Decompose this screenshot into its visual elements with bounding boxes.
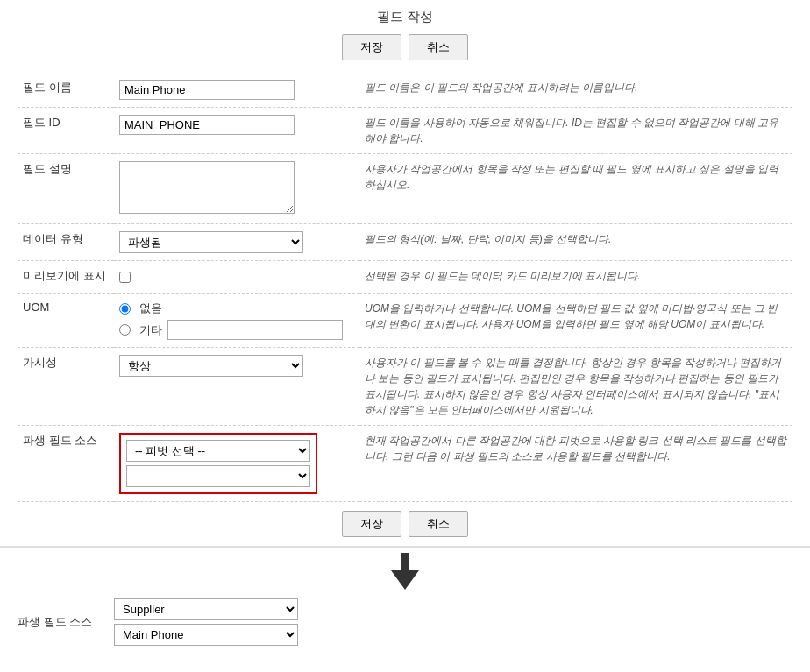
bottom-toolbar-form: 저장 취소 (18, 511, 792, 537)
derived-source-row: 파생 필드 소스 -- 피벗 선택 -- Supplier Contact Ma… (18, 426, 792, 502)
derived-source-label: 파생 필드 소스 (18, 426, 114, 502)
derived-pivot-select[interactable]: -- 피벗 선택 -- Supplier Contact (126, 440, 310, 462)
bottom-field-select[interactable]: -- 필드 선택 -- Main Phone Email Address (114, 624, 298, 646)
preview-check-cell (114, 261, 359, 294)
save-button-top[interactable]: 저장 (342, 34, 401, 60)
uom-none-row: 없음 (119, 301, 354, 316)
field-desc-desc: 사용자가 작업공간에서 항목을 작성 또는 편집할 때 필드 옆에 표시하고 싶… (359, 154, 792, 224)
uom-none-label: 없음 (139, 301, 162, 316)
uom-other-row: 기타 (119, 320, 354, 340)
arrow-section (0, 548, 810, 590)
uom-none-radio[interactable] (119, 303, 131, 315)
data-type-label: 데이터 유형 (18, 224, 114, 261)
field-name-input[interactable] (119, 80, 295, 100)
preview-row: 미리보기에 표시 선택된 경우 이 필드는 데이터 카드 미리보기에 표시됩니다… (18, 261, 792, 294)
data-type-desc: 필드의 형식(예: 날짜, 단락, 이미지 등)을 선택합니다. (359, 224, 792, 261)
field-name-label: 필드 이름 (18, 73, 114, 108)
field-id-label: 필드 ID (18, 108, 114, 154)
bottom-section: 파생 필드 소스 -- 피벗 선택 -- Supplier Contact --… (0, 590, 810, 668)
data-type-select-cell: 파생됨 텍스트 숫자 날짜 이미지 (114, 224, 359, 261)
visibility-select-cell: 항상 편집만인 경우 표시하지 않음 (114, 348, 359, 426)
bottom-selects: -- 피벗 선택 -- Supplier Contact -- 필드 선택 --… (114, 598, 298, 646)
bottom-row: 파생 필드 소스 -- 피벗 선택 -- Supplier Contact --… (18, 598, 792, 646)
field-id-input[interactable] (119, 115, 295, 135)
uom-label: UOM (18, 294, 114, 348)
save-button-bottom[interactable]: 저장 (342, 511, 401, 537)
uom-section: 없음 기타 (119, 301, 354, 340)
visibility-select[interactable]: 항상 편집만인 경우 표시하지 않음 (119, 355, 303, 377)
form-title: 필드 작성 (18, 9, 792, 25)
derived-source-desc: 현재 작업공간에서 다른 작업공간에 대한 피벗으로 사용할 링크 선택 리스트… (359, 426, 792, 502)
bottom-section-label: 파생 필드 소스 (18, 614, 114, 630)
cancel-button-bottom[interactable]: 취소 (409, 511, 468, 537)
field-desc-input-cell (114, 154, 359, 224)
derived-inputs: -- 피벗 선택 -- Supplier Contact Main Phone … (126, 440, 310, 487)
uom-other-label: 기타 (139, 322, 162, 338)
uom-row: UOM 없음 기타 UOM을 입력하거나 선택합니다. (18, 294, 792, 348)
derived-border: -- 피벗 선택 -- Supplier Contact Main Phone … (119, 433, 317, 494)
arrow-down (391, 570, 419, 590)
uom-other-radio[interactable] (119, 324, 131, 336)
visibility-desc: 사용자가 이 필드를 볼 수 있는 때를 결정합니다. 항상인 경우 항목을 작… (359, 348, 792, 426)
preview-checkbox[interactable] (119, 272, 131, 283)
data-type-row: 데이터 유형 파생됨 텍스트 숫자 날짜 이미지 필드의 형식(예: 날짜, 단… (18, 224, 792, 261)
field-desc-label: 필드 설명 (18, 154, 114, 224)
derived-field-select[interactable]: Main Phone Email Address (126, 465, 310, 487)
field-id-row: 필드 ID 필드 이름을 사용하여 자동으로 채워집니다. ID는 편집할 수 … (18, 108, 792, 154)
derived-source-input-cell: -- 피벗 선택 -- Supplier Contact Main Phone … (114, 426, 359, 502)
uom-desc: UOM을 입력하거나 선택합니다. UOM을 선택하면 필드 값 옆에 미터법·… (359, 294, 792, 348)
field-name-desc: 필드 이름은 이 필드의 작업공간에 표시하려는 이름입니다. (359, 73, 792, 108)
form-table: 필드 이름 필드 이름은 이 필드의 작업공간에 표시하려는 이름입니다. 필드… (18, 73, 792, 502)
visibility-row: 가시성 항상 편집만인 경우 표시하지 않음 사용자가 이 필드를 볼 수 있는… (18, 348, 792, 426)
field-id-input-cell (114, 108, 359, 154)
field-id-desc: 필드 이름을 사용하여 자동으로 채워집니다. ID는 편집할 수 없으며 작업… (359, 108, 792, 154)
field-desc-textarea[interactable] (119, 161, 295, 214)
arrow-shaft (401, 553, 409, 570)
field-name-input-cell (114, 73, 359, 108)
uom-input-cell: 없음 기타 (114, 294, 359, 348)
visibility-label: 가시성 (18, 348, 114, 426)
uom-other-input[interactable] (167, 320, 343, 340)
top-toolbar: 저장 취소 (18, 34, 792, 60)
field-desc-row: 필드 설명 사용자가 작업공간에서 항목을 작성 또는 편집할 때 필드 옆에 … (18, 154, 792, 224)
top-section: 필드 작성 저장 취소 필드 이름 필드 이름은 이 필드의 작업공간에 표시하… (0, 0, 810, 548)
bottom-pivot-select[interactable]: -- 피벗 선택 -- Supplier Contact (114, 598, 298, 620)
data-type-select[interactable]: 파생됨 텍스트 숫자 날짜 이미지 (119, 231, 303, 253)
preview-desc: 선택된 경우 이 필드는 데이터 카드 미리보기에 표시됩니다. (359, 261, 792, 294)
preview-label: 미리보기에 표시 (18, 261, 114, 294)
field-name-row: 필드 이름 필드 이름은 이 필드의 작업공간에 표시하려는 이름입니다. (18, 73, 792, 108)
cancel-button-top[interactable]: 취소 (409, 34, 468, 60)
page-wrapper: 필드 작성 저장 취소 필드 이름 필드 이름은 이 필드의 작업공간에 표시하… (0, 0, 810, 672)
